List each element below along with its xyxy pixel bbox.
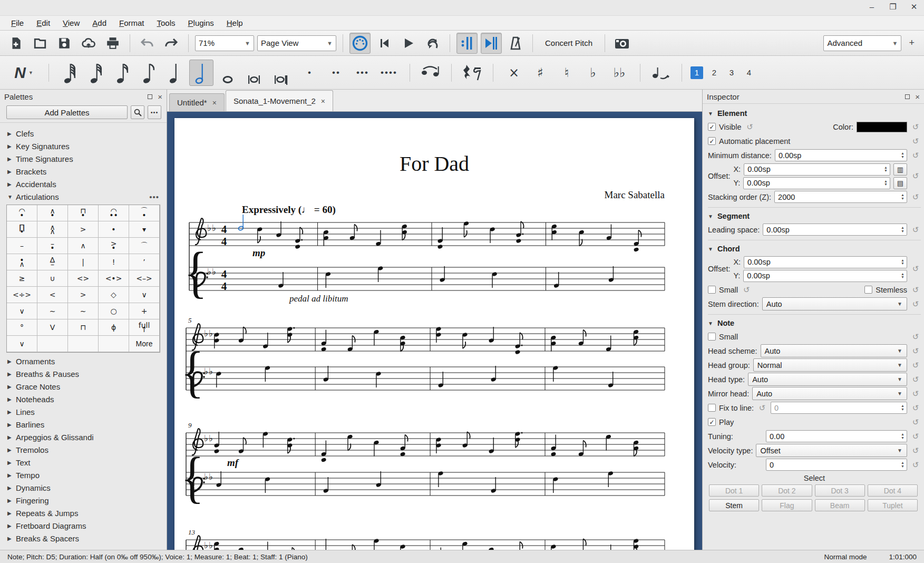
add-workspace-button[interactable]: +	[904, 37, 919, 48]
articulation-down-bow[interactable]: ⊓	[68, 319, 99, 336]
articulation-short-fermata[interactable]: ∧ •	[37, 205, 68, 221]
snap-vertical-grid-button[interactable]: ▥	[893, 163, 907, 176]
palette-item-barlines[interactable]: ▶Barlines	[0, 418, 167, 431]
close-panel-icon[interactable]: ×	[915, 92, 920, 101]
articulation-swell-line[interactable]: <–>	[129, 270, 160, 287]
articulation-accent[interactable]: >	[68, 221, 99, 238]
articulation-tenuto[interactable]: –	[7, 238, 37, 254]
voice-4-button[interactable]: 4	[743, 66, 755, 79]
flat-button[interactable]: ♭	[581, 60, 605, 86]
fix-to-line-checkbox[interactable]	[708, 404, 716, 412]
reset-icon[interactable]: ↺	[910, 122, 921, 132]
articulation-decrescendo[interactable]: >	[68, 287, 99, 303]
menu-format[interactable]: Format	[113, 17, 150, 29]
articulation-henze-long-fermata[interactable]: ∏ •	[7, 221, 37, 238]
play-button[interactable]	[398, 33, 419, 54]
palette-item-menu-button[interactable]: •••	[149, 192, 159, 201]
chord-section-header[interactable]: ▼ Chord	[708, 242, 921, 255]
menu-help[interactable]: Help	[221, 17, 249, 29]
reset-icon[interactable]: ↺	[910, 375, 921, 384]
articulation-wide-down-2[interactable]: ∨	[7, 303, 37, 319]
menu-edit[interactable]: Edit	[31, 17, 56, 29]
note[interactable]	[437, 244, 443, 249]
augmentation-dot-4-button[interactable]: ••••	[377, 60, 401, 86]
minimize-icon[interactable]: –	[867, 2, 877, 12]
spinner-arrows-icon[interactable]: ▲▼	[899, 259, 907, 266]
menu-add[interactable]: Add	[86, 17, 112, 29]
reset-icon[interactable]: ↺	[910, 332, 921, 342]
reset-icon[interactable]: ↺	[910, 418, 921, 427]
leading-space-input[interactable]: 0.00sp ▲▼	[763, 224, 907, 236]
menu-file[interactable]: File	[5, 17, 30, 29]
articulation-marcato[interactable]: ∧	[68, 238, 99, 254]
articulation-messa-di-voce[interactable]: <>	[68, 270, 99, 287]
articulation-short-wave[interactable]: ∼	[37, 303, 68, 319]
palette-item-breaks-spacers[interactable]: ▶Breaks & Spacers	[0, 532, 167, 545]
redo-button[interactable]	[161, 33, 182, 54]
articulation-wide-down-3[interactable]: ∨	[7, 336, 37, 352]
float-panel-icon[interactable]	[905, 94, 910, 99]
voice-3-button[interactable]: 3	[725, 66, 738, 79]
stacking-order-input[interactable]: 2000 ▲▼	[774, 191, 907, 203]
view-mode-select[interactable]: Page View ▼	[257, 35, 336, 51]
min-distance-input[interactable]: 0.00sp ▲▼	[775, 149, 907, 161]
score-page[interactable]: For DadMarc SabatellaExpressively (♩ = 6…	[174, 118, 694, 550]
spinner-arrows-icon[interactable]: ▲▼	[899, 193, 907, 200]
spinner-arrows-icon[interactable]: ▲▼	[899, 433, 907, 440]
voice-1-button[interactable]: 1	[690, 66, 703, 79]
reset-icon[interactable]: ↺	[741, 285, 752, 295]
palette-item-arpeggios-glissandi[interactable]: ▶Arpeggios & Glissandi	[0, 431, 167, 443]
play-checkbox[interactable]	[708, 418, 716, 426]
float-panel-icon[interactable]	[148, 94, 152, 99]
reset-icon[interactable]: ↺	[910, 192, 921, 202]
note-input-button[interactable]: N ▼	[7, 60, 40, 86]
spinner-arrows-icon[interactable]: ▲▼	[899, 461, 907, 468]
articulation-tenuto-slur[interactable]: ⌒	[129, 238, 160, 254]
duration-whole-button[interactable]	[216, 60, 240, 86]
note-small-checkbox[interactable]	[708, 333, 716, 341]
articulation-accent-staccato[interactable]: > •	[99, 238, 129, 254]
chord-offset-x-input[interactable]: 0.00sp ▲▼	[744, 256, 907, 268]
palette-item-tempo[interactable]: ▶Tempo	[0, 469, 167, 481]
reset-icon[interactable]: ↺	[910, 285, 921, 295]
reset-icon[interactable]: ↺	[910, 389, 921, 399]
spinner-arrows-icon[interactable]: ▲▼	[899, 152, 907, 159]
close-tab-icon[interactable]: ×	[212, 99, 217, 107]
spinner-arrows-icon[interactable]: ▲▼	[882, 166, 890, 173]
articulation-harmonic[interactable]: °	[7, 319, 37, 336]
duration-32nd-button[interactable]	[84, 60, 108, 86]
pan-score-button[interactable]	[481, 33, 502, 54]
articulation-snap-pizzicato[interactable]: ϕ	[99, 319, 129, 336]
score-canvas[interactable]: For DadMarc SabatellaExpressively (♩ = 6…	[167, 112, 702, 550]
spinner-arrows-icon[interactable]: ▲▼	[899, 273, 907, 279]
new-score-button[interactable]	[5, 33, 26, 54]
metronome-button[interactable]	[505, 33, 526, 54]
tempo-text[interactable]: Expressively (♩ = 60)	[242, 204, 336, 216]
stem-direction-dropdown[interactable]: Auto ▼	[762, 297, 907, 310]
spinner-arrows-icon[interactable]: ▲▼	[899, 404, 907, 411]
note-section-header[interactable]: ▼ Note	[708, 317, 921, 329]
articulation-more[interactable]: More	[129, 336, 160, 352]
palette-item-dynamics[interactable]: ▶Dynamics	[0, 481, 167, 494]
palette-item-repeats-jumps[interactable]: ▶Repeats & Jumps	[0, 507, 167, 519]
segment-section-header[interactable]: ▼ Segment	[708, 210, 921, 222]
articulation-stopped[interactable]: +	[129, 303, 160, 319]
close-icon[interactable]: ✕	[909, 2, 919, 12]
note[interactable]	[516, 238, 521, 243]
score-title[interactable]: For Dad	[400, 152, 469, 176]
voice-2-button[interactable]: 2	[708, 66, 721, 79]
open-file-button[interactable]	[30, 33, 51, 54]
reset-icon[interactable]: ↺	[910, 151, 921, 160]
tab-untitled-[interactable]: Untitled*×	[169, 93, 225, 111]
save-button[interactable]	[54, 33, 75, 54]
reset-icon[interactable]: ↺	[910, 432, 921, 441]
note[interactable]	[634, 247, 639, 252]
velocity-type-dropdown[interactable]: Offset ▼	[756, 444, 907, 457]
palette-item-key-signatures[interactable]: ▶Key Signatures	[0, 140, 167, 152]
augmentation-dot-3-button[interactable]: •••	[351, 60, 375, 86]
double-flat-button[interactable]: ♭♭	[607, 60, 631, 86]
reset-icon[interactable]: ↺	[910, 446, 921, 455]
note[interactable]	[214, 449, 220, 453]
flip-direction-button[interactable]	[649, 60, 673, 86]
visible-checkbox[interactable]	[708, 123, 716, 131]
